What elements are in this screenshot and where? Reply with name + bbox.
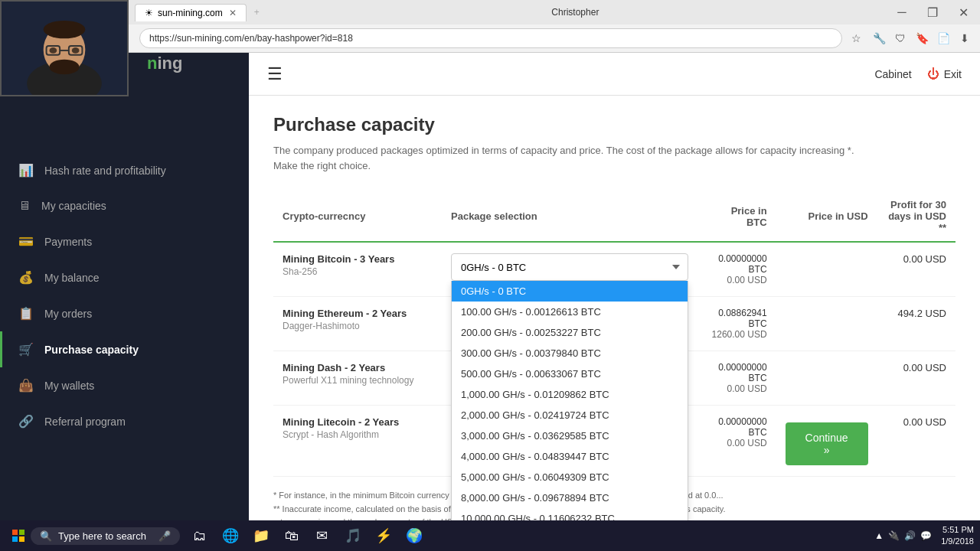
ext-icon-1[interactable]: 🔧 xyxy=(870,29,888,47)
taskbar-files-icon[interactable]: 📁 xyxy=(247,522,275,549)
start-button[interactable] xyxy=(6,527,31,545)
mining-algo-1: Sha-256 xyxy=(283,266,433,277)
sidebar: ning 📊 Hash rate and profitability 🖥 My … xyxy=(0,53,249,550)
sidebar-item-referral[interactable]: 🔗 Referral program xyxy=(0,403,249,439)
main-area: ☰ Cabinet ⏻ Exit Purchase capacity The c… xyxy=(249,53,980,550)
taskbar-tray: ▲ 🔌 🔊 💬 xyxy=(874,530,932,541)
sidebar-item-hash-rate[interactable]: 📊 Hash rate and profitability xyxy=(0,152,249,188)
ext-icon-2[interactable]: 🛡 xyxy=(891,29,910,47)
svg-point-6 xyxy=(49,47,57,54)
sidebar-item-purchase[interactable]: 🛒 Purchase capacity xyxy=(0,331,249,367)
sidebar-label-purchase: Purchase capacity xyxy=(44,344,139,356)
logo-suffix: ing xyxy=(157,54,182,73)
tray-up-icon[interactable]: ▲ xyxy=(874,530,884,541)
dropdown-item-8000[interactable]: 8,000.00 GH/s - 0.09678894 BTC xyxy=(452,487,688,508)
taskbar-search[interactable]: 🔍 Type here to search 🎤 xyxy=(31,527,180,545)
bookmark-btn[interactable]: ☆ xyxy=(847,29,865,47)
col-profit: Profit for 30 days in USD ** xyxy=(877,191,956,242)
continue-button[interactable]: Continue » xyxy=(786,422,868,465)
dropdown-item-300[interactable]: 300.00 GH/s - 0.00379840 BTC xyxy=(452,343,688,364)
header-nav: Cabinet ⏻ Exit xyxy=(874,67,962,81)
sidebar-item-orders[interactable]: 📋 My orders xyxy=(0,295,249,331)
price-btc-1: 0.00000000 BTC xyxy=(711,253,767,275)
tab-title: sun-mining.com xyxy=(158,8,223,18)
hamburger-btn[interactable]: ☰ xyxy=(267,64,283,84)
sidebar-item-capacities[interactable]: 🖥 My capacities xyxy=(0,188,249,223)
capacity-table: Crypto-currecncy Package selection Price… xyxy=(273,191,956,477)
mining-algo-4: Scrypt - Hash Algorithm xyxy=(283,429,433,440)
taskbar-store-icon[interactable]: 🛍 xyxy=(278,522,305,549)
dropdown-item-100[interactable]: 100.00 GH/s - 0.00126613 BTC xyxy=(452,302,688,322)
subtitle-text: The company produced packages optimized … xyxy=(273,145,854,156)
dropdown-menu-1: 0GH/s - 0 BTC 100.00 GH/s - 0.00126613 B… xyxy=(451,281,688,550)
sidebar-item-balance[interactable]: 💰 My balance xyxy=(0,259,249,295)
notification-icon[interactable]: 💬 xyxy=(920,530,932,541)
mining-name-3: Mining Dash - 2 Years xyxy=(283,362,433,373)
ext-icon-3[interactable]: 🔖 xyxy=(913,29,931,47)
taskbar-clock[interactable]: 5:51 PM 1/9/2018 xyxy=(941,524,974,548)
new-tab-btn[interactable]: + xyxy=(254,7,260,18)
sidebar-item-wallets[interactable]: 👜 My wallets xyxy=(0,367,249,403)
sidebar-logo: ning xyxy=(129,54,201,89)
taskbar-music-icon[interactable]: 🎵 xyxy=(339,522,367,549)
page-subtitle: The company produced packages optimized … xyxy=(273,143,956,173)
dropdown-item-2000[interactable]: 2,000.00 GH/s - 0.02419724 BTC xyxy=(452,405,688,425)
taskbar-ie-icon[interactable]: 🌐 xyxy=(217,522,244,549)
taskbar-game-icon[interactable]: ⚡ xyxy=(370,522,397,549)
main-content: Purchase capacity The company produced p… xyxy=(249,96,980,550)
dropdown-item-1000[interactable]: 1,000.00 GH/s - 0.01209862 BTC xyxy=(452,384,688,405)
ext-icon-5[interactable]: ⬇ xyxy=(956,29,974,47)
mining-name-1: Mining Bitcoin - 3 Years xyxy=(283,253,433,265)
sidebar-label-balance: My balance xyxy=(44,272,100,284)
sidebar-item-payments[interactable]: 💳 Payments xyxy=(0,223,249,259)
svg-rect-12 xyxy=(12,536,18,542)
taskbar-mail-icon[interactable]: ✉ xyxy=(309,522,336,549)
price-usd-4: 0.00 USD xyxy=(711,438,767,448)
profit-2: 494.2 USD xyxy=(897,308,946,319)
price-btc-4: 0.00000000 BTC xyxy=(711,416,767,438)
package-select-1[interactable]: 0GH/s - 0 BTC xyxy=(451,253,688,281)
table-row: Mining Bitcoin - 3 Years Sha-256 0GH/s -… xyxy=(273,242,956,297)
restore-btn[interactable]: ❐ xyxy=(922,2,943,23)
mining-algo-3: Powerful X11 mining technology xyxy=(283,375,433,386)
dropdown-item-500[interactable]: 500.00 GH/s - 0.00633067 BTC xyxy=(452,364,688,384)
address-bar[interactable] xyxy=(139,28,842,48)
app-header: ☰ Cabinet ⏻ Exit xyxy=(249,53,980,96)
col-package: Package selection xyxy=(442,191,702,242)
dropdown-item-0[interactable]: 0GH/s - 0 BTC xyxy=(452,281,688,302)
mining-name-2: Mining Ethereum - 2 Years xyxy=(283,308,433,319)
svg-point-8 xyxy=(44,21,86,38)
minimize-btn[interactable]: ─ xyxy=(891,2,913,23)
balance-icon: 💰 xyxy=(18,270,34,285)
browser-tab[interactable]: ☀ sun-mining.com ✕ xyxy=(135,4,247,21)
taskbar-pinned-icons: 🗂 🌐 📁 🛍 ✉ 🎵 ⚡ 🌍 xyxy=(186,522,428,549)
close-btn[interactable]: ✕ xyxy=(952,2,974,23)
orders-icon: 📋 xyxy=(18,306,34,321)
dropdown-item-3000[interactable]: 3,000.00 GH/s - 0.03629585 BTC xyxy=(452,425,688,446)
svg-rect-13 xyxy=(19,536,24,542)
date-display: 1/9/2018 xyxy=(941,536,974,547)
sidebar-label-wallets: My wallets xyxy=(44,380,94,392)
dropdown-item-4000[interactable]: 4,000.00 GH/s - 0.04839447 BTC xyxy=(452,446,688,467)
browser-chrome: ☀ sun-mining.com ✕ + Christopher ─ ❐ ✕ ←… xyxy=(0,0,980,53)
taskbar-explorer-icon[interactable]: 🗂 xyxy=(186,522,214,549)
time-display: 5:51 PM xyxy=(941,524,974,536)
col-crypto: Crypto-currecncy xyxy=(273,191,442,242)
select-wrapper-1: 0GH/s - 0 BTC 0GH/s - 0 BTC 100.00 GH/s … xyxy=(451,253,693,281)
col-price-usd: Price in USD xyxy=(776,191,877,242)
price-usd-1: 0.00 USD xyxy=(711,275,767,285)
extension-icons: 🔧 🛡 🔖 📄 ⬇ xyxy=(870,29,974,47)
svg-point-9 xyxy=(49,60,79,75)
search-label: Type here to search xyxy=(58,530,146,542)
ext-icon-4[interactable]: 📄 xyxy=(934,29,952,47)
exit-btn[interactable]: ⏻ Exit xyxy=(927,67,962,81)
tab-close-btn[interactable]: ✕ xyxy=(229,8,237,18)
webcam-overlay xyxy=(0,0,129,96)
profit-4: 0.00 USD xyxy=(903,416,946,428)
dropdown-item-200[interactable]: 200.00 GH/s - 0.00253227 BTC xyxy=(452,322,688,343)
sidebar-label-hash-rate: Hash rate and profitability xyxy=(44,165,166,177)
dropdown-item-5000[interactable]: 5,000.00 GH/s - 0.06049309 BTC xyxy=(452,467,688,487)
taskbar-chrome-icon[interactable]: 🌍 xyxy=(400,522,428,549)
cabinet-btn[interactable]: Cabinet xyxy=(874,68,911,80)
svg-rect-10 xyxy=(12,530,18,535)
